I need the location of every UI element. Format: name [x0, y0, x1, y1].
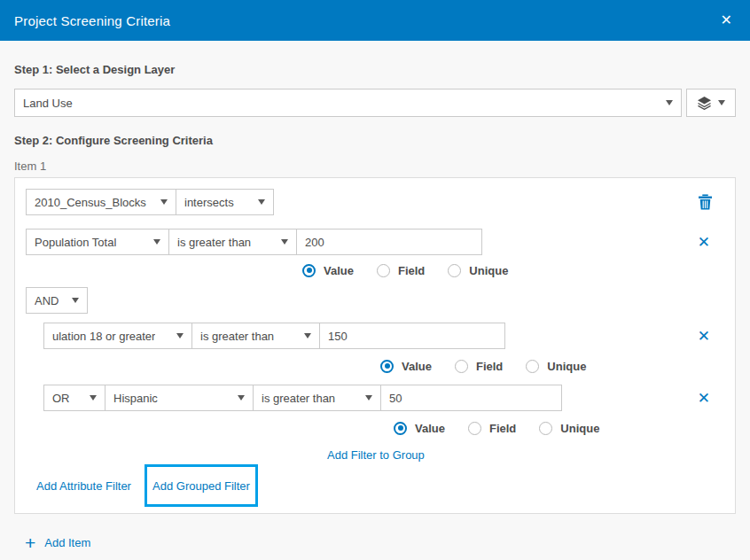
- dialog-title: Project Screening Criteria: [14, 13, 170, 28]
- add-item-button[interactable]: + Add Item: [25, 533, 736, 552]
- logic-operator-row: AND: [26, 287, 724, 314]
- radio-selected-icon: [394, 422, 407, 435]
- radio-unselected-icon: [539, 422, 552, 435]
- add-item-label: Add Item: [44, 536, 90, 549]
- delete-item-button[interactable]: [699, 194, 712, 210]
- radio-selected-icon: [380, 360, 394, 373]
- filter-1-value-input[interactable]: [296, 229, 482, 255]
- logic-or-select[interactable]: OR: [43, 385, 105, 411]
- layers-icon: [697, 97, 712, 110]
- filter-3-value-input[interactable]: [380, 385, 562, 411]
- layer-options-button[interactable]: [686, 89, 736, 117]
- chevron-down-icon: [281, 239, 288, 245]
- radio-unselected-icon: [526, 360, 539, 373]
- radio-value-label: Value: [415, 422, 445, 435]
- filter-2-value-input[interactable]: [319, 323, 505, 349]
- project-screening-dialog: Project Screening Criteria ✕ Step 1: Sel…: [0, 0, 750, 560]
- add-filter-to-group-link[interactable]: Add Filter to Group: [327, 448, 425, 462]
- trash-icon: [699, 194, 712, 210]
- filter-3-radio-value[interactable]: Value: [394, 422, 445, 435]
- add-grouped-filter-link[interactable]: Add Grouped Filter: [152, 479, 250, 493]
- filter-2-field-value: ulation 18 or greater: [52, 330, 155, 343]
- filter-1-radio-group: Value Field Unique: [302, 261, 724, 280]
- filter-3-radio-unique[interactable]: Unique: [539, 422, 599, 435]
- chevron-down-icon: [72, 298, 79, 303]
- remove-filter-1-icon[interactable]: ✕: [698, 235, 710, 250]
- radio-value-label: Value: [402, 360, 432, 373]
- attribute-filter-row-3: OR Hispanic is greater than ✕: [43, 385, 724, 411]
- chevron-down-icon: [304, 333, 311, 338]
- radio-unselected-icon: [448, 264, 461, 277]
- screening-layer-select[interactable]: 2010_Census_Blocks: [26, 189, 176, 215]
- add-grouped-filter-highlight: Add Grouped Filter: [145, 464, 258, 507]
- filter-2-radio-field[interactable]: Field: [455, 360, 503, 373]
- spatial-operator-value: intersects: [184, 196, 234, 209]
- filter-3-field-select[interactable]: Hispanic: [105, 385, 254, 411]
- filter-2-field-select[interactable]: ulation 18 or greater: [43, 323, 192, 349]
- chevron-down-icon: [153, 239, 160, 245]
- spatial-operator-select[interactable]: intersects: [176, 189, 274, 215]
- chevron-down-icon: [238, 395, 245, 401]
- chevron-down-icon: [718, 100, 725, 105]
- filter-1-radio-value[interactable]: Value: [302, 264, 354, 277]
- filter-1-radio-field[interactable]: Field: [377, 264, 425, 277]
- filter-1-field-select[interactable]: Population Total: [26, 229, 169, 255]
- radio-unselected-icon: [455, 360, 468, 373]
- chevron-down-icon: [160, 199, 168, 205]
- filter-actions-row: Add Attribute Filter Add Grouped Filter: [26, 463, 724, 508]
- filter-1-field-value: Population Total: [35, 236, 116, 249]
- logic-and-value: AND: [35, 294, 59, 307]
- design-layer-row: Land Use: [14, 89, 736, 117]
- spatial-filter-row: 2010_Census_Blocks intersects: [26, 189, 724, 215]
- screening-layer-value: 2010_Census_Blocks: [35, 196, 146, 209]
- radio-selected-icon: [302, 264, 316, 277]
- chevron-down-icon: [258, 199, 265, 205]
- add-attribute-filter-link[interactable]: Add Attribute Filter: [36, 479, 131, 493]
- close-icon[interactable]: ✕: [717, 10, 736, 31]
- filter-3-operator-value: is greater than: [262, 392, 335, 405]
- logic-and-select[interactable]: AND: [26, 287, 88, 314]
- attribute-filter-row-2: ulation 18 or greater is greater than ✕: [43, 323, 724, 349]
- plus-icon: +: [25, 533, 35, 552]
- filter-3-radio-field[interactable]: Field: [468, 422, 516, 435]
- attribute-filter-row-1: Population Total is greater than ✕: [26, 229, 724, 255]
- design-layer-select[interactable]: Land Use: [14, 89, 682, 117]
- chevron-down-icon: [365, 395, 372, 401]
- radio-field-label: Field: [489, 422, 516, 435]
- radio-unique-label: Unique: [469, 264, 508, 277]
- radio-value-label: Value: [324, 264, 354, 277]
- radio-field-label: Field: [398, 264, 425, 277]
- filter-1-operator-value: is greater than: [177, 236, 251, 249]
- chevron-down-icon: [90, 395, 97, 401]
- remove-filter-2-icon[interactable]: ✕: [698, 329, 710, 344]
- filter-2-radio-unique[interactable]: Unique: [526, 360, 586, 373]
- filter-1-radio-unique[interactable]: Unique: [448, 264, 508, 277]
- remove-filter-3-icon[interactable]: ✕: [698, 391, 710, 406]
- logic-or-value: OR: [52, 392, 70, 405]
- filter-2-operator-value: is greater than: [200, 330, 274, 343]
- design-layer-value: Land Use: [23, 97, 73, 110]
- filter-2-operator-select[interactable]: is greater than: [191, 323, 320, 349]
- filter-3-radio-group: Value Field Unique: [394, 418, 724, 438]
- radio-unique-label: Unique: [547, 360, 586, 373]
- filter-3-field-value: Hispanic: [113, 392, 158, 405]
- dialog-content: Step 1: Select a Design Layer Land Use S…: [0, 63, 750, 552]
- radio-unselected-icon: [377, 264, 390, 277]
- item-1-label: Item 1: [14, 159, 736, 173]
- chevron-down-icon: [666, 100, 673, 105]
- radio-unique-label: Unique: [560, 422, 599, 435]
- dialog-header: Project Screening Criteria ✕: [0, 0, 750, 41]
- filter-3-operator-select[interactable]: is greater than: [253, 385, 381, 411]
- radio-field-label: Field: [476, 360, 503, 373]
- step1-label: Step 1: Select a Design Layer: [14, 63, 736, 76]
- item-1-panel: 2010_Census_Blocks intersects: [14, 177, 736, 514]
- chevron-down-icon: [176, 333, 184, 338]
- filter-1-operator-select[interactable]: is greater than: [168, 229, 297, 255]
- filter-2-radio-value[interactable]: Value: [380, 360, 432, 373]
- filter-2-radio-group: Value Field Unique: [380, 356, 724, 376]
- radio-unselected-icon: [468, 422, 481, 435]
- step2-label: Step 2: Configure Screening Criteria: [14, 134, 736, 147]
